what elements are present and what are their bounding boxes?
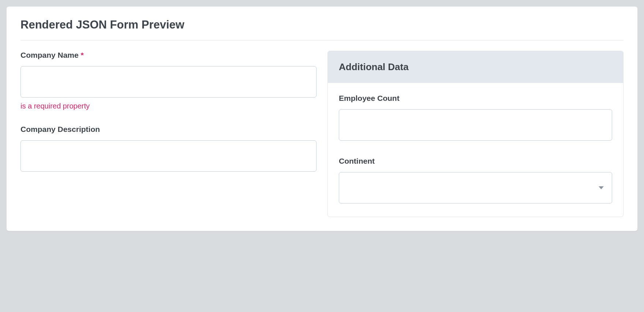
company-description-field: Company Description: [20, 125, 317, 172]
company-name-error: is a required property: [20, 102, 317, 110]
divider: [20, 40, 624, 41]
company-description-label: Company Description: [20, 125, 317, 134]
company-name-input[interactable]: [20, 66, 317, 98]
required-mark: *: [81, 51, 84, 59]
continent-label: Continent: [339, 157, 612, 165]
page-title: Rendered JSON Form Preview: [20, 18, 624, 31]
continent-select-wrap: [339, 172, 612, 203]
continent-field: Continent: [339, 157, 612, 203]
panel-header: Additional Data: [328, 51, 623, 83]
continent-select[interactable]: [339, 172, 612, 203]
panel-body: Employee Count Continent: [328, 83, 623, 217]
company-name-label-text: Company Name: [20, 51, 79, 59]
employee-count-label: Employee Count: [339, 94, 612, 103]
company-description-input[interactable]: [20, 140, 317, 172]
left-column: Company Name * is a required property Co…: [20, 51, 317, 186]
company-name-field: Company Name * is a required property: [20, 51, 317, 110]
additional-data-panel: Additional Data Employee Count Continent: [327, 51, 624, 217]
panel-title: Additional Data: [339, 61, 612, 73]
right-column: Additional Data Employee Count Continent: [327, 51, 624, 217]
form-preview-card: Rendered JSON Form Preview Company Name …: [7, 7, 637, 231]
employee-count-field: Employee Count: [339, 94, 612, 141]
form-columns: Company Name * is a required property Co…: [20, 51, 624, 217]
employee-count-input[interactable]: [339, 109, 612, 141]
company-name-label: Company Name *: [20, 51, 317, 60]
